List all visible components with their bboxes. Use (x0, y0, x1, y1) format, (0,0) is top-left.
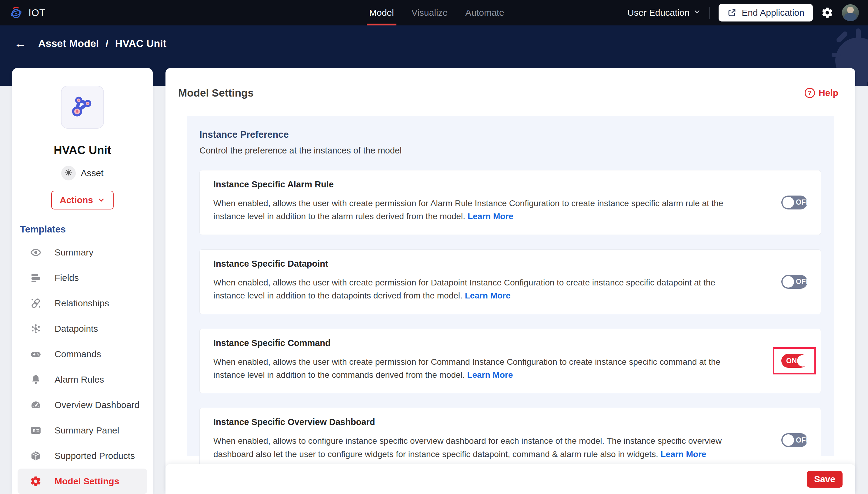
app-logo: IOT (9, 5, 46, 20)
sidebar-item-label: Fields (55, 273, 79, 283)
sidebar-item-label: Commands (55, 349, 101, 359)
decorative-bulb-ray (856, 28, 861, 40)
package-icon (30, 450, 42, 462)
topbar-right-cluster: User Education End Application (627, 0, 859, 25)
card-instance-specific-command: Instance Specific Command When enabled, … (199, 329, 821, 394)
toggle-label: OFF (796, 198, 810, 206)
actions-button[interactable]: Actions (51, 191, 114, 209)
card-description: When enabled, allows to configure instan… (213, 434, 736, 461)
datapoints-icon (30, 323, 42, 335)
model-settings-panel: Model Settings ? Help Instance Preferenc… (165, 68, 855, 494)
card-description: When enabled, allows the user with creat… (213, 276, 736, 302)
card-instance-specific-alarm-rule: Instance Specific Alarm Rule When enable… (199, 170, 821, 235)
sidebar-item-label: Relationships (55, 298, 109, 308)
decorative-bulb-ray (832, 53, 841, 57)
top-bar: IOT Model Visualize Automate User Educat… (0, 0, 868, 25)
instance-preference-section: Instance Preference Control the preferen… (187, 116, 834, 456)
logo-text: IOT (29, 7, 46, 18)
model-type-row: Asset (12, 166, 153, 180)
end-application-button[interactable]: End Application (719, 4, 813, 21)
settings-gear-icon[interactable] (821, 7, 833, 19)
iot-logo-icon (9, 5, 24, 20)
card-title: Instance Specific Alarm Rule (213, 179, 736, 189)
card-description: When enabled, allows the user with creat… (213, 355, 736, 382)
end-application-label: End Application (742, 7, 804, 18)
card-description-text: When enabled, allows to configure instan… (213, 436, 722, 459)
card-description-text: When enabled, allows the user with creat… (213, 278, 715, 300)
sidebar-item-summary[interactable]: Summary (12, 240, 153, 265)
eye-icon (30, 246, 42, 259)
sidebar-item-commands[interactable]: Commands (12, 341, 153, 367)
tab-automate[interactable]: Automate (465, 0, 504, 25)
command-toggle[interactable]: ON (781, 354, 808, 368)
breadcrumb-current: HVAC Unit (115, 38, 166, 49)
question-mark-icon: ? (804, 88, 815, 98)
help-label: Help (819, 88, 838, 98)
alarm-rule-toggle[interactable]: OFF (781, 195, 808, 209)
templates-section-title: Templates (20, 224, 153, 235)
sidebar-item-label: Overview Dashboard (55, 400, 140, 410)
model-avatar-box (61, 86, 104, 129)
breadcrumb-separator: / (106, 38, 108, 49)
controller-icon (30, 348, 42, 360)
sidebar-item-label: Alarm Rules (55, 375, 104, 385)
sidebar-item-relationships[interactable]: Relationships (12, 290, 153, 316)
overview-dashboard-toggle[interactable]: OFF (781, 433, 808, 447)
learn-more-link[interactable]: Learn More (661, 450, 706, 459)
sidebar-item-supported-products[interactable]: Supported Products (12, 443, 153, 469)
sidebar-item-datapoints[interactable]: Datapoints (12, 316, 153, 341)
sidebar-item-label: Summary Panel (55, 425, 119, 436)
template-menu: Summary Fields Relationships (12, 237, 153, 494)
card-title: Instance Specific Datapoint (213, 259, 736, 269)
learn-more-link[interactable]: Learn More (468, 212, 513, 221)
gear-icon (30, 475, 42, 487)
save-footer-bar: Save (165, 464, 855, 494)
topbar-divider (709, 7, 710, 19)
datapoint-toggle[interactable]: OFF (781, 275, 808, 289)
toggle-knob (797, 355, 809, 366)
model-type-label: Asset (80, 168, 103, 178)
bulb-icon (64, 169, 73, 177)
sidebar-item-model-settings[interactable]: Model Settings (18, 469, 147, 494)
command-toggle-highlight-box: ON (773, 347, 816, 375)
asset-type-badge (61, 166, 76, 180)
section-subtitle: Control the preference at the instances … (199, 146, 821, 156)
chevron-down-icon (97, 196, 105, 204)
card-title: Instance Specific Overview Dashboard (213, 417, 736, 427)
learn-more-link[interactable]: Learn More (465, 291, 511, 300)
tab-model[interactable]: Model (369, 0, 394, 25)
fields-icon (30, 272, 42, 284)
portal-selector[interactable]: User Education (627, 7, 701, 18)
bell-icon (30, 374, 42, 386)
sidebar-item-summary-panel[interactable]: Summary Panel (12, 418, 153, 443)
sidebar-item-label: Datapoints (55, 324, 98, 334)
external-link-icon (727, 8, 737, 18)
toggle-label: ON (786, 357, 797, 365)
tab-visualize[interactable]: Visualize (412, 0, 448, 25)
sidebar-item-alarm-rules[interactable]: Alarm Rules (12, 367, 153, 392)
primary-tabs: Model Visualize Automate (369, 0, 504, 25)
toggle-knob (782, 276, 794, 288)
page-title: Model Settings (178, 87, 254, 99)
model-sidebar: HVAC Unit Asset Actions Templates Summar… (12, 68, 153, 494)
breadcrumb-section[interactable]: Asset Model (38, 38, 99, 49)
belt-pulley-icon (70, 94, 95, 120)
sidebar-item-label: Model Settings (55, 476, 119, 487)
sidebar-item-label: Supported Products (55, 451, 135, 461)
learn-more-link[interactable]: Learn More (467, 370, 513, 380)
user-avatar[interactable] (842, 4, 859, 21)
section-title: Instance Preference (199, 129, 821, 140)
sidebar-item-overview-dashboard[interactable]: Overview Dashboard (12, 392, 153, 418)
save-button[interactable]: Save (807, 471, 843, 488)
back-arrow-icon[interactable]: ← (14, 37, 27, 50)
card-instance-specific-datapoint: Instance Specific Datapoint When enabled… (199, 249, 821, 314)
card-instance-specific-overview-dashboard: Instance Specific Overview Dashboard Whe… (199, 408, 821, 473)
chevron-down-icon (693, 7, 701, 18)
model-name: HVAC Unit (12, 144, 153, 157)
toggle-knob (782, 197, 794, 208)
sidebar-item-fields[interactable]: Fields (12, 265, 153, 290)
help-link[interactable]: ? Help (804, 88, 838, 98)
toggle-label: OFF (796, 278, 810, 286)
sidebar-item-label: Summary (55, 247, 93, 258)
id-card-icon (30, 424, 42, 436)
